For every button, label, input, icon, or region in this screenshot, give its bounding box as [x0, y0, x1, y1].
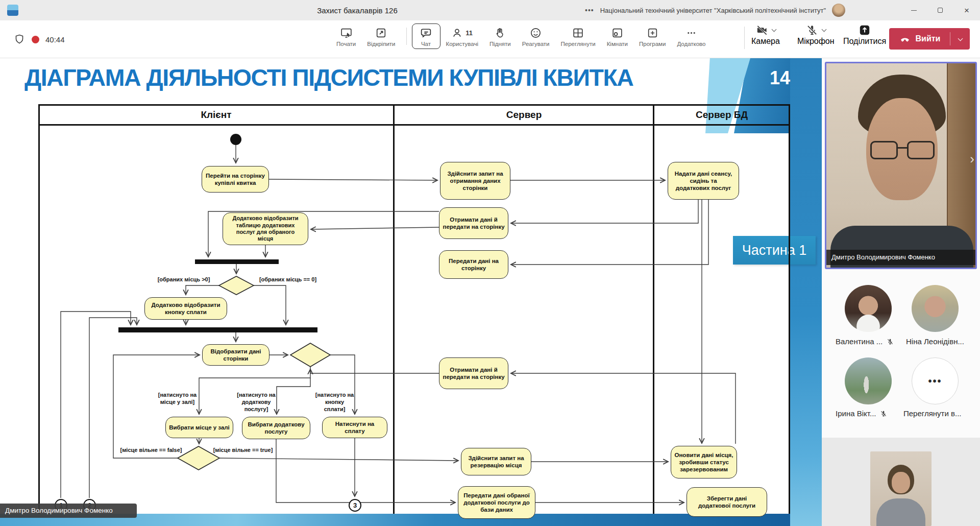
- activity-node: Оновити дані місця, зробивши статус заре…: [671, 446, 737, 479]
- chevron-down-icon[interactable]: [772, 27, 777, 32]
- activity-node: Додатково відобразити кнопку сплати: [144, 297, 227, 320]
- part-label: Частина 1: [733, 236, 816, 265]
- presenter-name-tag: Дмитро Володимирович Фоменко: [0, 504, 137, 518]
- recording-group: 40:44: [13, 20, 65, 58]
- diagram-frame-right: [789, 104, 790, 514]
- button-label: Програми: [639, 41, 666, 47]
- button-label: Реагувати: [522, 41, 550, 47]
- secondary-person-face: [892, 472, 910, 493]
- lane-server: Сервер: [394, 105, 654, 124]
- react-button[interactable]: Реагувати: [517, 23, 555, 49]
- carousel-next-icon[interactable]: ›: [970, 151, 974, 167]
- window-titlebar: Захист бакалаврів 126 ••• Національний т…: [0, 0, 980, 20]
- activity-node: Надати дані сеансу, сидінь та додаткових…: [668, 162, 739, 200]
- share-screen-icon: [340, 27, 353, 39]
- activity-node: Вибрати додаткову послугу: [242, 417, 310, 439]
- restore-button[interactable]: [927, 0, 953, 20]
- chevron-down-icon: [958, 36, 963, 41]
- guard-label: [натиснуто на кнопку сплати]: [310, 391, 359, 413]
- lane-client: Клієнт: [38, 105, 394, 124]
- decision-2: [290, 343, 330, 367]
- toolbar-divider: [406, 28, 407, 45]
- user-avatar[interactable]: [832, 4, 845, 17]
- mic-off-icon: [805, 23, 819, 37]
- leave-options-button[interactable]: [950, 37, 970, 41]
- button-label: Користувачі: [446, 41, 478, 47]
- view-all-text: Переглянути в...: [903, 409, 962, 418]
- chevron-down-icon[interactable]: [822, 27, 827, 32]
- more-options-button[interactable]: Додатково: [671, 23, 711, 49]
- titlebar-right: ••• Національний технічний університет "…: [585, 0, 845, 20]
- activity-node: Здійснити запит на отримання даних сторі…: [440, 162, 510, 200]
- fork-bar: [195, 259, 279, 264]
- avatar[interactable]: [845, 285, 892, 332]
- restore-icon: [938, 8, 943, 13]
- guard-label: [місце вільне == true]: [210, 446, 276, 453]
- participant-label: Ніна Леонідівн...: [906, 337, 964, 346]
- participant-name: Валентина ...: [836, 337, 883, 346]
- close-button[interactable]: ×: [953, 0, 980, 20]
- start-present-button[interactable]: Почати: [331, 23, 361, 49]
- avatar[interactable]: [912, 285, 959, 332]
- guard-label: [місце вільне == false]: [117, 446, 185, 453]
- people-icon: [451, 27, 464, 39]
- minimize-button[interactable]: [900, 0, 927, 20]
- apps-plus-icon: [646, 27, 659, 39]
- slide-page-number: 14: [762, 67, 798, 89]
- more-participants-avatar[interactable]: •••: [912, 357, 959, 404]
- view-button[interactable]: Переглянути: [555, 23, 601, 49]
- guard-label: [натиснуто на місце у залі]: [151, 391, 204, 405]
- button-label: Почати: [336, 41, 356, 47]
- activity-node: Вибрати місце у залі: [165, 417, 233, 438]
- join-bar: [118, 327, 317, 332]
- raise-hand-icon: [494, 27, 506, 39]
- button-label: Мікрофон: [797, 37, 835, 46]
- unpin-button[interactable]: Відкріпити: [361, 23, 401, 49]
- rooms-icon: [611, 27, 624, 39]
- rooms-button[interactable]: Кімнати: [601, 23, 633, 49]
- share-button[interactable]: Поділитися: [843, 23, 886, 46]
- button-label: Чат: [421, 41, 431, 47]
- button-label: Кімнати: [607, 41, 628, 47]
- glasses-left-lens: [870, 141, 898, 159]
- meeting-timer: 40:44: [45, 35, 65, 44]
- diagram-frame-left: [38, 104, 40, 514]
- secondary-video: [870, 451, 932, 526]
- activity-node: Передати дані обраної додаткової послуги…: [458, 486, 535, 519]
- activity-node: Перейти на сторінку купівлі квитка: [202, 166, 269, 193]
- video-panel: Дмитро Володимирович Фоменко › Валентина…: [822, 58, 980, 526]
- connector-ref-3: 3: [349, 499, 361, 512]
- secondary-video-tile[interactable]: [822, 438, 980, 526]
- meeting-title: Захист бакалаврів 126: [265, 0, 449, 20]
- view-all-label[interactable]: Переглянути в...: [903, 409, 962, 418]
- toolbar-center-buttons: Почати Відкріпити Чат 11: [331, 23, 712, 49]
- camera-off-icon: [755, 23, 769, 37]
- glasses-right-lens: [907, 141, 935, 159]
- mic-muted-icon: [886, 338, 894, 346]
- avatar[interactable]: [845, 357, 892, 404]
- leave-button[interactable]: Вийти: [889, 28, 970, 50]
- button-label: Камера: [751, 37, 780, 46]
- leave-label: Вийти: [916, 34, 941, 43]
- participants-button[interactable]: 11 Користувачі: [440, 23, 484, 49]
- main-video-tile[interactable]: Дмитро Володимирович Фоменко ›: [825, 62, 977, 269]
- button-label: Підняти: [489, 41, 511, 47]
- lane-divider-2: [653, 104, 654, 514]
- guard-label: [натиснуто на додаткову послугу]: [231, 391, 281, 413]
- chat-icon: [420, 27, 432, 39]
- button-label: Додатково: [677, 41, 705, 47]
- titlebar-more-icon[interactable]: •••: [585, 6, 594, 14]
- shield-icon[interactable]: [13, 33, 26, 45]
- button-label: Відкріпити: [367, 41, 395, 47]
- mic-button[interactable]: Мікрофон: [797, 23, 835, 46]
- slide-right-band: [790, 58, 822, 526]
- guard-label: [обраних місць == 0]: [255, 276, 321, 283]
- chat-button[interactable]: Чат: [412, 23, 440, 49]
- apps-button[interactable]: Програми: [633, 23, 671, 49]
- camera-button[interactable]: Камера: [751, 23, 780, 46]
- participant-name: Ніна Леонідівн...: [906, 337, 964, 346]
- activity-node: Отримати дані й передати на сторінку: [439, 207, 508, 239]
- activity-node: Відобразити дані сторінки: [202, 344, 270, 366]
- raise-hand-button[interactable]: Підняти: [484, 23, 517, 49]
- activity-node: Передати дані на сторінку: [439, 250, 508, 279]
